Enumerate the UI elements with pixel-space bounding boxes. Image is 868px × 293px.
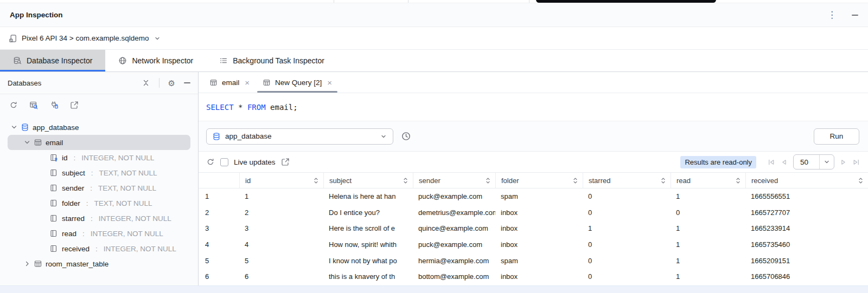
- cell-folder[interactable]: inbox: [495, 240, 583, 249]
- table-row[interactable]: 3 3 Here is the scroll of e quince@examp…: [199, 220, 868, 237]
- column-type: TEXT, NOT NULL: [98, 184, 156, 192]
- device-process-label: Pixel 6 API 34 > com.example.sqldemo: [22, 34, 149, 42]
- cell-read[interactable]: 1: [671, 240, 745, 249]
- cell-starred[interactable]: 0: [583, 192, 671, 200]
- keep-connections-open-icon[interactable]: [50, 101, 59, 109]
- hide-panel-icon[interactable]: [184, 82, 190, 83]
- tree-item-column-subject[interactable]: subject:TEXT, NOT NULL: [0, 165, 198, 180]
- cell-starred[interactable]: 0: [583, 257, 671, 265]
- table-row[interactable]: 4 4 How now, spirit! whith puck@example.…: [199, 237, 868, 253]
- tab-database-inspector[interactable]: Database Inspector: [0, 50, 105, 71]
- cell-id[interactable]: 3: [239, 224, 323, 232]
- page-size-selector[interactable]: 50: [793, 154, 834, 170]
- cell-subject[interactable]: Here is the scroll of e: [323, 224, 413, 232]
- next-page-icon[interactable]: [839, 158, 847, 166]
- cell-received[interactable]: 1665735460: [745, 240, 868, 249]
- table-row[interactable]: 1 1 Helena is here at han puck@example.c…: [199, 188, 868, 205]
- cell-starred[interactable]: 0: [583, 240, 671, 249]
- previous-page-icon[interactable]: [780, 158, 788, 166]
- cell-subject[interactable]: Helena is here at han: [323, 192, 413, 200]
- last-page-icon[interactable]: [852, 158, 860, 166]
- cell-starred[interactable]: 0: [583, 272, 671, 281]
- device-process-bar[interactable]: Pixel 6 API 34 > com.example.sqldemo: [0, 27, 868, 50]
- export-icon[interactable]: [281, 158, 290, 166]
- tree-item-column-sender[interactable]: sender:TEXT, NOT NULL: [0, 180, 198, 196]
- collapse-all-icon[interactable]: [142, 79, 150, 87]
- cell-received[interactable]: 1665209151: [745, 257, 868, 265]
- first-page-icon[interactable]: [767, 158, 775, 166]
- cell-sender[interactable]: puck@example.com: [413, 240, 495, 249]
- column-header-subject[interactable]: subject: [323, 173, 413, 188]
- cell-folder[interactable]: inbox: [495, 209, 583, 217]
- column-name: read: [62, 230, 76, 238]
- database-selector[interactable]: app_database: [206, 128, 393, 145]
- cell-folder[interactable]: inbox: [495, 272, 583, 281]
- cell-starred[interactable]: 1: [583, 224, 671, 232]
- column-header-folder[interactable]: folder: [495, 173, 583, 188]
- chevron-right-icon: [24, 261, 30, 267]
- query-history-icon[interactable]: [401, 131, 411, 141]
- tab-new-query[interactable]: New Query [2] ×: [256, 72, 339, 93]
- new-query-icon[interactable]: [29, 101, 39, 110]
- cell-sender[interactable]: bottom@example.com: [413, 272, 495, 281]
- cell-received[interactable]: 1665233914: [745, 224, 868, 232]
- cell-id[interactable]: 4: [239, 240, 323, 249]
- gear-icon[interactable]: ⚙: [168, 79, 175, 87]
- cell-sender[interactable]: hermia@example.com: [413, 257, 495, 265]
- tree-item-column-starred[interactable]: starred:INTEGER, NOT NULL: [0, 211, 198, 226]
- column-header-starred[interactable]: starred: [583, 173, 671, 188]
- cell-subject[interactable]: Do I entice you?: [323, 209, 413, 217]
- cell-read[interactable]: 0: [671, 209, 745, 217]
- cell-folder[interactable]: spam: [495, 257, 583, 265]
- tab-network-inspector[interactable]: Network Inspector: [105, 50, 206, 71]
- refresh-icon[interactable]: [9, 101, 18, 109]
- cell-subject[interactable]: this is a knavery of th: [323, 272, 413, 281]
- cell-read[interactable]: 1: [671, 224, 745, 232]
- cell-read[interactable]: 1: [671, 257, 745, 265]
- tree-item-email[interactable]: email: [8, 135, 190, 150]
- refresh-icon[interactable]: [206, 158, 215, 166]
- export-icon[interactable]: [70, 101, 79, 109]
- cell-folder[interactable]: spam: [495, 192, 583, 200]
- cell-id[interactable]: 5: [239, 257, 323, 265]
- live-updates-checkbox[interactable]: [220, 158, 228, 166]
- cell-read[interactable]: 1: [671, 272, 745, 281]
- more-options-icon[interactable]: ⋮: [827, 10, 837, 19]
- table-row[interactable]: 6 6 this is a knavery of th bottom@examp…: [199, 269, 868, 285]
- cell-sender[interactable]: quince@example.com: [413, 224, 495, 232]
- cell-id[interactable]: 1: [239, 192, 323, 200]
- cell-received[interactable]: 1665706846: [745, 272, 868, 281]
- cell-received[interactable]: 1665727707: [745, 209, 868, 217]
- cell-read[interactable]: 1: [671, 192, 745, 200]
- cell-folder[interactable]: inbox: [495, 224, 583, 232]
- cell-starred[interactable]: 0: [583, 209, 671, 217]
- column-header-received[interactable]: received: [745, 173, 868, 188]
- tab-background-task-inspector[interactable]: Background Task Inspector: [206, 50, 337, 71]
- bottom-scroll-strip[interactable]: [0, 285, 868, 293]
- tab-email-table[interactable]: email ×: [203, 72, 256, 93]
- column-header-sender[interactable]: sender: [413, 173, 495, 188]
- tree-item-app-database[interactable]: app_database: [0, 120, 198, 135]
- cell-subject[interactable]: How now, spirit! whith: [323, 240, 413, 249]
- tree-item-column-received[interactable]: received:INTEGER, NOT NULL: [0, 241, 198, 256]
- tree-item-column-read[interactable]: read:INTEGER, NOT NULL: [0, 226, 198, 241]
- column-header-id[interactable]: id: [239, 173, 323, 188]
- cell-received[interactable]: 1665556551: [745, 192, 868, 200]
- sql-editor[interactable]: SELECT * FROM email;: [199, 93, 868, 121]
- tree-item-column-id[interactable]: id:INTEGER, NOT NULL: [0, 150, 198, 165]
- cell-sender[interactable]: puck@example.com: [413, 192, 495, 200]
- tree-item-room-master-table[interactable]: room_master_table: [0, 256, 198, 271]
- cell-sender[interactable]: demetrius@example.com: [413, 209, 495, 217]
- table-row[interactable]: 5 5 I know not by what po hermia@example…: [199, 252, 868, 269]
- run-button[interactable]: Run: [814, 128, 859, 145]
- separator: :: [91, 169, 93, 177]
- cell-id[interactable]: 2: [239, 209, 323, 217]
- cell-id[interactable]: 6: [239, 272, 323, 281]
- cell-subject[interactable]: I know not by what po: [323, 257, 413, 265]
- table-row[interactable]: 2 2 Do I entice you? demetrius@example.c…: [199, 205, 868, 221]
- close-icon[interactable]: ×: [245, 79, 250, 87]
- tree-item-column-folder[interactable]: folder:TEXT, NOT NULL: [0, 196, 198, 211]
- close-icon[interactable]: ×: [327, 79, 332, 87]
- minimize-icon[interactable]: [852, 15, 858, 16]
- column-header-read[interactable]: read: [671, 173, 745, 188]
